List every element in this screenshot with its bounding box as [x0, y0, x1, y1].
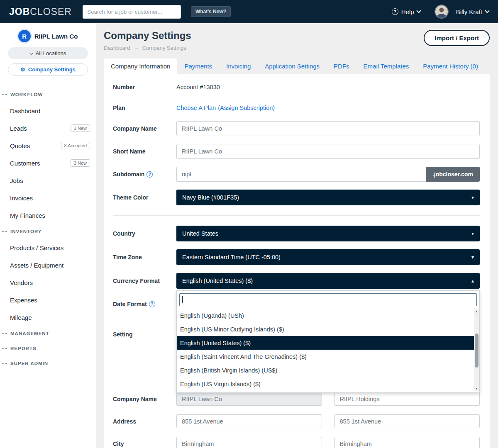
sidebar-item-jobs[interactable]: Jobs	[0, 172, 96, 189]
subdomain-label: Subdomain	[113, 171, 144, 178]
choose-plan-link[interactable]: Choose A Plan	[176, 105, 216, 111]
company-avatar: R	[18, 30, 31, 42]
currency-option[interactable]: English (US Virgin Islands) ($)	[177, 377, 474, 391]
gear-icon: ⚙	[20, 67, 25, 72]
chevron-down-icon	[485, 8, 489, 13]
location-company-name-label: Company Name	[113, 396, 176, 402]
tab-payment-history[interactable]: Payment History (0)	[416, 58, 485, 74]
section-dash-icon	[2, 94, 7, 95]
user-menu[interactable]: Billy Kraft	[435, 5, 489, 19]
logo-text-light: CLOSER	[30, 6, 72, 17]
currency-format-select[interactable]: English (United States) ($) ▴	[176, 273, 480, 289]
section-header-reports[interactable]: REPORTS	[0, 341, 96, 356]
sidebar-item-label: Products / Services	[10, 244, 90, 251]
sidebar-item-customers[interactable]: Customers 3 New	[0, 154, 96, 172]
currency-options-list: English (Uganda) (USh) English (US Minor…	[177, 309, 479, 391]
section-header-super-admin[interactable]: SUPER ADMIN	[0, 356, 96, 371]
currency-option[interactable]: English (US Minor Outlying Islands) ($)	[177, 322, 474, 336]
currency-dropdown-panel: English (Uganda) (USh) English (US Minor…	[176, 290, 480, 393]
customers-badge: 3 New	[71, 159, 90, 167]
currency-option[interactable]: English (Saint Vincent And The Grenadine…	[177, 350, 474, 363]
sidebar-item-label: Assets / Equipment	[10, 262, 90, 269]
timezone-label: Time Zone	[113, 254, 176, 261]
tab-company-information[interactable]: Company Information	[104, 58, 177, 74]
help-menu[interactable]: ? Help	[392, 8, 420, 15]
sidebar-item-vendors[interactable]: Vendors	[0, 274, 96, 291]
location1-city-input[interactable]	[176, 437, 322, 448]
subdomain-input[interactable]	[176, 167, 426, 182]
currency-option[interactable]: English (British Virgin Islands) (US$)	[177, 363, 474, 377]
timezone-row: Time Zone Eastern Standard Time (UTC -05…	[113, 249, 480, 265]
location2-city-input[interactable]	[334, 437, 480, 448]
country-select[interactable]: United States ▾	[176, 226, 480, 241]
number-label: Number	[113, 84, 176, 90]
breadcrumb-dashboard[interactable]: Dashboard	[104, 45, 130, 51]
theme-color-value: Navy Blue (#001F35)	[182, 194, 239, 201]
sidebar-item-my-finances[interactable]: My Finances	[0, 207, 96, 224]
theme-color-select[interactable]: Navy Blue (#001F35) ▾	[176, 190, 480, 205]
sidebar-item-mileage[interactable]: Mileage	[0, 309, 96, 326]
sidebar-item-invoices[interactable]: Invoices	[0, 189, 96, 207]
section-header-inventory[interactable]: INVENTORY	[0, 224, 96, 239]
all-locations-dropdown[interactable]: All Locations	[8, 47, 88, 59]
sidebar-item-leads[interactable]: Leads 1 New	[0, 119, 96, 137]
whats-new-button[interactable]: What's New?	[191, 6, 231, 17]
number-row: Number Account #13030	[113, 80, 480, 95]
tab-application-settings[interactable]: Application Settings	[258, 58, 327, 74]
account-number: Account #13030	[176, 84, 220, 90]
company-information-panel: Number Account #13030 Plan Choose A Plan…	[104, 74, 490, 448]
assign-subscription-link[interactable]: (Assign Subscription)	[218, 105, 275, 111]
location1-company-name-input	[176, 392, 322, 406]
country-value: United States	[182, 230, 218, 237]
sidebar-item-expenses[interactable]: Expenses	[0, 291, 96, 309]
short-name-input[interactable]	[176, 144, 480, 159]
theme-color-label: Theme Color	[113, 194, 176, 201]
sidebar-item-label: Dashboard	[10, 107, 90, 114]
section-divider	[113, 215, 480, 216]
help-label: Help	[401, 8, 414, 15]
scrollbar-thumb[interactable]	[475, 334, 478, 368]
timezone-value: Eastern Standard Time (UTC -05:00)	[182, 254, 281, 261]
sidebar-item-products-services[interactable]: Products / Services	[0, 239, 96, 256]
setting-label: Setting	[113, 331, 176, 338]
location2-address-input[interactable]	[334, 414, 480, 428]
currency-option[interactable]: English (Uganda) (USh)	[177, 309, 474, 322]
timezone-select[interactable]: Eastern Standard Time (UTC -05:00) ▾	[176, 249, 480, 265]
currency-dropdown-search-input[interactable]	[179, 293, 477, 306]
sidebar: R RIIPL Lawn Co All Locations ⚙ Company …	[0, 23, 96, 448]
location2-company-name-input[interactable]	[334, 392, 480, 406]
sidebar-item-label: My Finances	[10, 212, 90, 219]
country-row: Country United States ▾	[113, 226, 480, 241]
avatar	[435, 5, 449, 19]
section-dash-icon	[2, 333, 7, 334]
tab-invoicing[interactable]: Invoicing	[219, 58, 258, 74]
location1-address-input[interactable]	[176, 414, 322, 428]
company-row: R RIIPL Lawn Co	[0, 30, 96, 42]
company-settings-button[interactable]: ⚙ Company Settings	[8, 63, 88, 75]
main-content: Company Settings Dashboard → Company Set…	[96, 23, 498, 448]
company-name: RIIPL Lawn Co	[34, 33, 78, 40]
text-cursor	[182, 296, 183, 303]
location-company-name-row: Company Name	[113, 392, 480, 406]
section-header-workflow[interactable]: WORKFLOW	[0, 87, 96, 102]
global-search-input[interactable]	[83, 5, 181, 19]
section-header-management[interactable]: MANAGEMENT	[0, 326, 96, 341]
company-name-input[interactable]	[176, 121, 480, 136]
import-export-button[interactable]: Import / Export	[424, 30, 490, 46]
dropdown-scrollbar[interactable]: ▲ ▼	[474, 309, 479, 391]
location-address-row: Address	[113, 414, 480, 428]
subdomain-row: Subdomain ? .jobcloser.com	[113, 167, 480, 182]
sidebar-item-dashboard[interactable]: Dashboard	[0, 102, 96, 119]
scroll-up-icon[interactable]: ▲	[474, 309, 479, 314]
sidebar-item-quotes[interactable]: Quotes 8 Accepted	[0, 137, 96, 154]
company-name-row: Company Name	[113, 121, 480, 136]
tab-pdfs[interactable]: PDFs	[327, 58, 356, 74]
tab-payments[interactable]: Payments	[177, 58, 219, 74]
date-format-help-icon[interactable]: ?	[149, 301, 155, 307]
tab-email-templates[interactable]: Email Templates	[356, 58, 416, 74]
scroll-down-icon[interactable]: ▼	[474, 386, 479, 391]
currency-option-selected[interactable]: English (United States) ($)	[177, 336, 474, 350]
subdomain-help-icon[interactable]: ?	[146, 171, 153, 178]
location-address-label: Address	[113, 418, 176, 425]
sidebar-item-assets-equipment[interactable]: Assets / Equipment	[0, 256, 96, 274]
